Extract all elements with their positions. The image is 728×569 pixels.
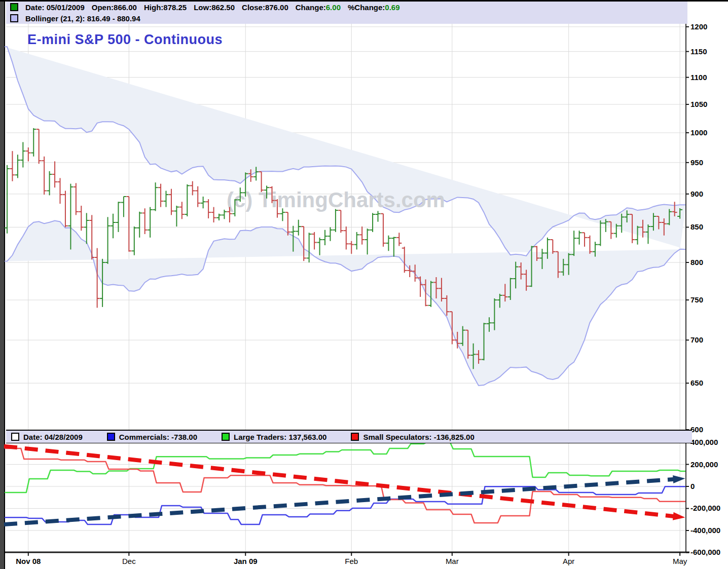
cot-tick-label: 400,000 xyxy=(690,438,718,446)
month-label: Mar xyxy=(446,557,459,565)
price-tick-label: 650 xyxy=(690,378,703,387)
red-trend-arrow-head xyxy=(673,512,685,520)
price-tick-label: 700 xyxy=(690,335,703,344)
price-tick-label: 750 xyxy=(690,295,703,304)
pct-change-value: 0.69 xyxy=(385,3,399,12)
legend-change: Change:6.00 xyxy=(296,3,341,12)
price-legend-bar: Date: 05/01/2009 Open:866.00 High:878.25… xyxy=(6,2,687,24)
price-series-swatch-icon xyxy=(10,3,18,11)
price-tick-label: 1050 xyxy=(690,100,707,108)
legend-pct-change: %Change:0.69 xyxy=(348,3,400,12)
chart-canvas: (c) TimingCharts.com12001150110010501000… xyxy=(0,2,728,569)
small-speculators-swatch-icon xyxy=(351,433,359,441)
price-tick-label: 1000 xyxy=(690,128,707,137)
navy-trend-arrow-head xyxy=(673,475,685,483)
legend-high: High:878.25 xyxy=(144,3,187,12)
small-speculators-line xyxy=(5,448,685,523)
price-tick-label: 1200 xyxy=(690,22,707,31)
page-title: E-mini S&P 500 - Continuous xyxy=(27,32,223,48)
cot-commercials-item: Commercials: -738.00 xyxy=(107,433,197,441)
bollinger-band-fill xyxy=(5,47,686,386)
price-tick-label: 600 xyxy=(690,425,703,434)
bollinger-swatch-icon xyxy=(10,14,18,22)
cot-large-traders-item: Large Traders: 137,563.00 xyxy=(222,433,326,441)
change-value: 6.00 xyxy=(326,3,341,12)
cot-date: Date: 04/28/2009 xyxy=(23,433,83,441)
month-label: Nov 08 xyxy=(16,557,41,565)
large-traders-value: Large Traders: 137,563.00 xyxy=(234,433,326,441)
legend-open: Open:866.00 xyxy=(92,3,137,12)
price-tick-label: 1100 xyxy=(690,73,707,82)
legend-close: Close:876.00 xyxy=(242,3,288,12)
red-trend-arrow xyxy=(4,446,676,517)
price-tick-label: 900 xyxy=(690,189,703,198)
cot-tick-label: 0 xyxy=(690,482,695,490)
bollinger-legend: Bollinger (21, 2): 816.49 - 880.94 xyxy=(25,14,140,23)
month-label: Dec xyxy=(122,557,136,565)
cot-tick-label: -200,000 xyxy=(690,504,720,512)
month-label: May xyxy=(673,557,687,565)
bollinger-legend-row: Bollinger (21, 2): 816.49 - 880.94 xyxy=(6,13,687,24)
large-traders-swatch-icon xyxy=(222,433,230,441)
price-tick-label: 800 xyxy=(690,258,703,267)
month-label: Jan 09 xyxy=(234,557,258,565)
cot-small-speculators-item: Small Speculators: -136,825.00 xyxy=(351,433,474,441)
small-speculators-value: Small Speculators: -136,825.00 xyxy=(363,433,474,441)
watermark: (c) TimingCharts.com xyxy=(227,188,445,212)
price-legend-row: Date: 05/01/2009 Open:866.00 High:878.25… xyxy=(6,2,687,13)
cot-date-item: Date: 04/28/2009 xyxy=(11,433,83,441)
cot-tick-label: -400,000 xyxy=(690,526,720,535)
month-label: Feb xyxy=(345,557,358,565)
cot-tick-label: 200,000 xyxy=(690,460,718,469)
commercials-swatch-icon xyxy=(107,433,115,441)
price-tick-label: 850 xyxy=(690,222,703,231)
chart-window: (c) TimingCharts.com12001150110010501000… xyxy=(0,0,728,569)
price-tick-label: 950 xyxy=(690,158,703,167)
month-label: Apr xyxy=(563,557,574,565)
price-tick-label: 1150 xyxy=(690,47,707,56)
commercials-value: Commercials: -738.00 xyxy=(119,433,197,441)
legend-date: Date: 05/01/2009 xyxy=(25,3,85,12)
cot-tick-label: -600,000 xyxy=(690,548,720,556)
legend-low: Low:862.50 xyxy=(194,3,235,12)
cot-date-swatch-icon xyxy=(11,433,19,441)
cot-legend-bar: Date: 04/28/2009 Commercials: -738.00 La… xyxy=(6,430,692,443)
